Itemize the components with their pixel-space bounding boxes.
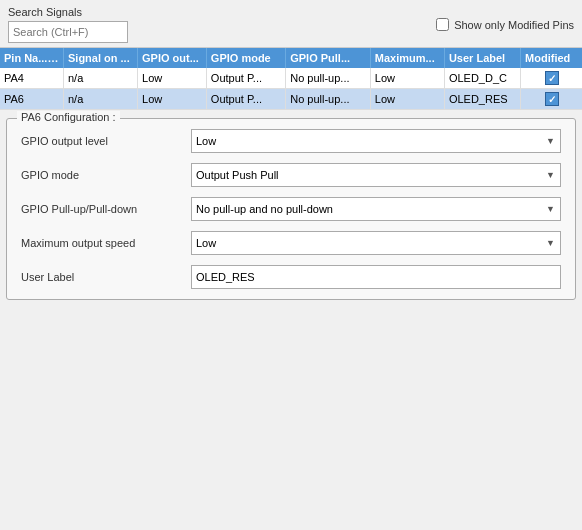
table-cell: Low xyxy=(370,89,444,110)
table-row[interactable]: PA6n/aLowOutput P...No pull-up...LowOLED… xyxy=(0,89,582,110)
config-field-label: User Label xyxy=(21,271,191,283)
search-section: Search Signals xyxy=(8,6,128,43)
modified-cell[interactable] xyxy=(521,89,582,110)
table-cell: OLED_RES xyxy=(444,89,520,110)
table-cell: n/a xyxy=(63,68,137,89)
col-header-signal[interactable]: Signal on ... xyxy=(63,48,137,68)
modified-checkbox-checked[interactable] xyxy=(545,71,559,85)
config-row: GPIO modeOutput Push PullOutput Open Dra… xyxy=(21,163,561,187)
top-bar: Search Signals Show only Modified Pins xyxy=(0,0,582,47)
modified-filter-section: Show only Modified Pins xyxy=(436,18,574,31)
config-panel-title: PA6 Configuration : xyxy=(17,111,120,123)
table-cell: Low xyxy=(370,68,444,89)
table-cell: PA4 xyxy=(0,68,63,89)
config-row: GPIO output levelLowHigh xyxy=(21,129,561,153)
config-row: Maximum output speedLowMediumHighVery Hi… xyxy=(21,231,561,255)
table-cell: n/a xyxy=(63,89,137,110)
config-row: User Label xyxy=(21,265,561,289)
config-input-4[interactable] xyxy=(191,265,561,289)
select-wrapper: No pull-up and no pull-downPull-upPull-d… xyxy=(191,197,561,221)
config-select-0[interactable]: LowHigh xyxy=(191,129,561,153)
modified-filter-label: Show only Modified Pins xyxy=(454,19,574,31)
col-header-pin[interactable]: Pin Na... ▲ xyxy=(0,48,63,68)
signals-table: Pin Na... ▲ Signal on ... GPIO out... GP… xyxy=(0,48,582,110)
col-header-maximum[interactable]: Maximum... xyxy=(370,48,444,68)
config-select-1[interactable]: Output Push PullOutput Open Drain xyxy=(191,163,561,187)
table-body: PA4n/aLowOutput P...No pull-up...LowOLED… xyxy=(0,68,582,110)
select-wrapper: Output Push PullOutput Open Drain xyxy=(191,163,561,187)
table-header-row: Pin Na... ▲ Signal on ... GPIO out... GP… xyxy=(0,48,582,68)
config-select-3[interactable]: LowMediumHighVery High xyxy=(191,231,561,255)
config-field-label: GPIO Pull-up/Pull-down xyxy=(21,203,191,215)
col-header-gpio-pull[interactable]: GPIO Pull... xyxy=(286,48,371,68)
col-header-user-label[interactable]: User Label xyxy=(444,48,520,68)
table-cell: PA6 xyxy=(0,89,63,110)
config-fields: GPIO output levelLowHighGPIO modeOutput … xyxy=(21,129,561,289)
table-cell: Low xyxy=(138,89,207,110)
config-field-label: GPIO output level xyxy=(21,135,191,147)
config-field-label: Maximum output speed xyxy=(21,237,191,249)
table-cell: Low xyxy=(138,68,207,89)
table-cell: No pull-up... xyxy=(286,68,371,89)
col-header-modified[interactable]: Modified xyxy=(521,48,582,68)
config-row: GPIO Pull-up/Pull-downNo pull-up and no … xyxy=(21,197,561,221)
search-input[interactable] xyxy=(8,21,128,43)
table-cell: Output P... xyxy=(206,68,285,89)
modified-cell[interactable] xyxy=(521,68,582,89)
table-cell: OLED_D_C xyxy=(444,68,520,89)
config-panel: PA6 Configuration : GPIO output levelLow… xyxy=(6,118,576,300)
search-label: Search Signals xyxy=(8,6,128,18)
config-select-2[interactable]: No pull-up and no pull-downPull-upPull-d… xyxy=(191,197,561,221)
col-header-gpio-out[interactable]: GPIO out... xyxy=(138,48,207,68)
modified-filter-checkbox[interactable] xyxy=(436,18,449,31)
col-header-gpio-mode[interactable]: GPIO mode xyxy=(206,48,285,68)
modified-checkbox-checked[interactable] xyxy=(545,92,559,106)
table-cell: Output P... xyxy=(206,89,285,110)
select-wrapper: LowMediumHighVery High xyxy=(191,231,561,255)
select-wrapper: LowHigh xyxy=(191,129,561,153)
table-row[interactable]: PA4n/aLowOutput P...No pull-up...LowOLED… xyxy=(0,68,582,89)
config-field-label: GPIO mode xyxy=(21,169,191,181)
table-cell: No pull-up... xyxy=(286,89,371,110)
signals-table-container: Pin Na... ▲ Signal on ... GPIO out... GP… xyxy=(0,47,582,110)
